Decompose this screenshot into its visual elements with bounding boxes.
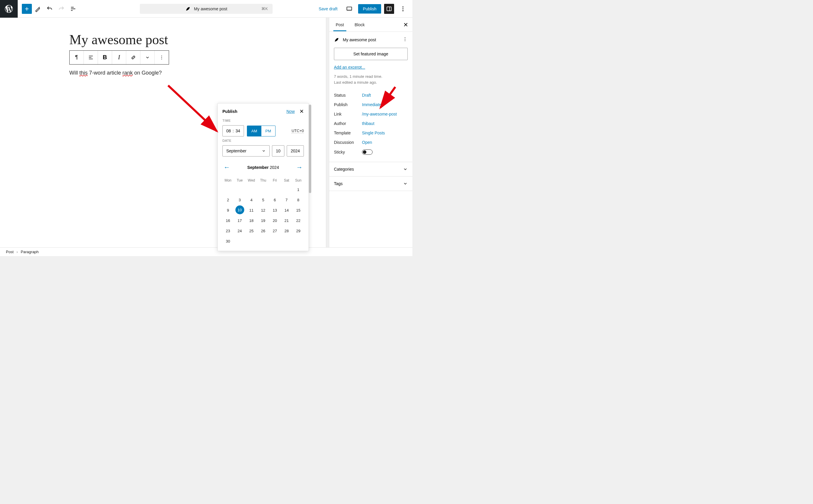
calendar-day[interactable]: 11 (246, 205, 257, 215)
calendar-day[interactable]: 12 (258, 205, 269, 215)
svg-point-10 (405, 40, 405, 41)
calendar-day[interactable]: 20 (269, 216, 281, 225)
meta-value[interactable]: Open (362, 140, 372, 145)
meta-value[interactable]: Single Posts (362, 131, 385, 135)
meta-value[interactable]: Draft (362, 93, 371, 98)
set-featured-image-button[interactable]: Set featured image (334, 48, 408, 60)
time-label: TIME (223, 119, 304, 122)
document-title-bar[interactable]: My awesome post ⌘K (140, 4, 273, 14)
pm-button[interactable]: PM (261, 126, 276, 136)
svg-point-2 (402, 6, 404, 7)
calendar-day[interactable]: 10 (236, 205, 244, 214)
meta-label: Link (334, 112, 362, 116)
calendar-day[interactable]: 14 (281, 205, 292, 215)
time-input[interactable]: 08 : 34 (223, 125, 244, 136)
feather-icon (334, 37, 339, 42)
next-month-icon[interactable]: → (295, 162, 304, 172)
tools-icon[interactable] (32, 3, 44, 15)
tab-post[interactable]: Post (333, 18, 346, 31)
meta-value[interactable]: thibaut (362, 121, 374, 126)
close-sidebar-icon[interactable]: ✕ (403, 21, 408, 28)
calendar-day-header: Mon (223, 177, 234, 184)
post-meta-text: 7 words, 1 minute read time. Last edited… (334, 74, 408, 85)
sidebar-post-title: My awesome post (343, 37, 399, 42)
paragraph-icon[interactable]: ¶ (70, 51, 84, 64)
now-link[interactable]: Now (287, 109, 295, 114)
settings-sidebar: Post Block ✕ My awesome post Set feature… (329, 18, 412, 247)
post-actions-icon[interactable] (402, 37, 408, 43)
calendar-day[interactable]: 5 (258, 195, 269, 205)
calendar-day[interactable]: 30 (223, 236, 234, 246)
calendar-day[interactable]: 16 (223, 216, 234, 225)
meta-value[interactable]: Immediately (362, 102, 384, 107)
meta-value[interactable]: /my-awesome-post (362, 112, 397, 116)
publish-button[interactable]: Publish (358, 4, 381, 14)
breadcrumb-post[interactable]: Post (6, 250, 14, 254)
calendar-day[interactable]: 29 (293, 226, 304, 236)
calendar-day[interactable]: 13 (269, 205, 281, 215)
calendar-day[interactable]: 27 (269, 226, 281, 236)
calendar-day[interactable]: 1 (293, 185, 304, 195)
add-block-button[interactable]: + (22, 4, 32, 14)
sticky-toggle[interactable] (362, 149, 373, 155)
chevron-down-icon[interactable] (140, 51, 154, 64)
calendar-day[interactable]: 17 (234, 216, 246, 225)
align-icon[interactable] (84, 51, 98, 64)
breadcrumb-separator: › (17, 250, 18, 254)
am-button[interactable]: AM (247, 126, 261, 136)
undo-icon[interactable] (44, 3, 55, 15)
meta-row-template: TemplateSingle Posts (334, 128, 408, 138)
popover-scrollbar[interactable] (309, 105, 311, 193)
close-popover-icon[interactable]: ✕ (300, 108, 304, 115)
redo-icon[interactable] (55, 3, 67, 15)
calendar-day[interactable]: 2 (223, 195, 234, 205)
italic-icon[interactable]: I (112, 51, 126, 64)
post-title[interactable]: My awesome post (69, 32, 257, 47)
wordpress-logo[interactable] (0, 0, 18, 18)
breadcrumb-paragraph[interactable]: Paragraph (21, 250, 39, 254)
calendar-day[interactable]: 9 (223, 205, 234, 215)
sidebar-toggle-button[interactable] (384, 4, 394, 14)
outline-icon[interactable] (67, 3, 79, 15)
tab-block[interactable]: Block (352, 18, 367, 31)
calendar-day[interactable]: 26 (258, 226, 269, 236)
editor-scrollbar[interactable] (326, 18, 326, 187)
calendar-day[interactable]: 23 (223, 226, 234, 236)
calendar-day[interactable]: 28 (281, 226, 292, 236)
calendar-day-header: Fri (269, 177, 281, 184)
calendar-day[interactable]: 18 (246, 216, 257, 225)
calendar-day[interactable]: 21 (281, 216, 292, 225)
more-formatting-icon[interactable] (154, 51, 169, 64)
timezone-label[interactable]: UTC+0 (292, 129, 304, 133)
meta-label: Discussion (334, 140, 362, 145)
feather-icon (185, 6, 190, 11)
save-draft-button[interactable]: Save draft (316, 4, 340, 14)
calendar-day[interactable]: 22 (293, 216, 304, 225)
year-input[interactable]: 2024 (287, 145, 304, 157)
prev-month-icon[interactable]: ← (223, 162, 231, 172)
preview-icon[interactable] (343, 3, 355, 15)
calendar-day[interactable]: 24 (234, 226, 246, 236)
post-paragraph[interactable]: Will this 7-word article rank on Google? (69, 70, 257, 76)
meta-label: Publish (334, 102, 362, 107)
more-options-icon[interactable] (397, 3, 409, 15)
calendar-day[interactable]: 4 (246, 195, 257, 205)
calendar-day[interactable]: 8 (293, 195, 304, 205)
day-input[interactable]: 10 (272, 145, 284, 157)
calendar-day[interactable]: 15 (293, 205, 304, 215)
calendar-day[interactable]: 6 (269, 195, 281, 205)
tags-panel[interactable]: Tags (329, 177, 412, 191)
month-select[interactable]: September (223, 145, 270, 157)
bold-icon[interactable]: B (98, 51, 112, 64)
date-label: DATE (223, 139, 304, 142)
calendar-day[interactable]: 7 (281, 195, 292, 205)
categories-panel[interactable]: Categories (329, 162, 412, 177)
chevron-down-icon (403, 181, 408, 186)
calendar-day-header: Wed (246, 177, 257, 184)
meta-row-discussion: DiscussionOpen (334, 138, 408, 147)
calendar-day[interactable]: 19 (258, 216, 269, 225)
link-icon[interactable] (126, 51, 140, 64)
add-excerpt-link[interactable]: Add an excerpt... (334, 65, 408, 70)
calendar-day[interactable]: 3 (234, 195, 246, 205)
calendar-day[interactable]: 25 (246, 226, 257, 236)
